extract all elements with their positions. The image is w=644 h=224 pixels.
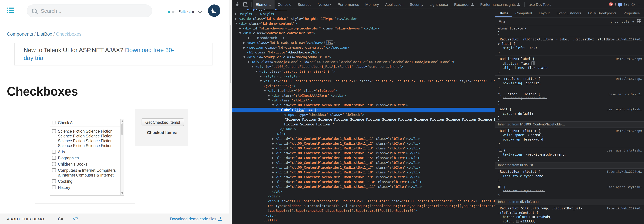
item-checkbox[interactable] [52,186,56,189]
error-icon[interactable] [609,2,613,6]
devtools-tab-application[interactable]: Application [382,0,407,8]
css-property-value[interactable]: none [535,174,543,178]
css-property-name[interactable]: word-wrap [503,137,520,141]
disclosure-arrow[interactable] [239,31,243,36]
sidebar-tab-event-listeners[interactable]: Event Listeners [553,8,585,17]
dom-tree-node[interactable]: ::after [232,218,495,223]
css-selector[interactable]: element.style { [498,26,642,31]
search-input[interactable] [40,8,147,14]
dom-tree-node[interactable]: <li id="ctl00_ContentPlaceholder1_RadLis… [232,160,495,165]
disclosure-arrow[interactable] [272,165,276,170]
css-property-value[interactable]: normal [530,133,542,137]
disclosure-arrow[interactable] [260,79,264,84]
sidebar-tab-accessibility[interactable]: Accessibility [643,8,644,17]
dom-tree-node[interactable]: <ul class="rlbList"> [232,98,495,103]
skin-selector[interactable]: Silk skin [178,9,201,14]
css-property-name[interactable]: list-style-type [503,189,532,193]
css-property-value[interactable]: -4px [528,46,536,50]
stylesheet-link[interactable]: Telerik.Web…2297e6… [607,37,642,42]
skin-pager[interactable] [168,11,174,13]
breadcrumb-item[interactable]: ListBox [37,32,52,37]
dom-tree-node[interactable]: <li id="ctl00_ContentPlaceholder1_RadLis… [232,151,495,156]
item-checkbox[interactable] [52,168,56,172]
dom-tree-node[interactable]: <div class="kd-demo-content"> [232,21,495,26]
check-all-row[interactable]: Check All [50,119,124,126]
error-count-badge[interactable]: 1 [614,2,616,6]
dom-tree-node[interactable]: <li id="ctl00_ContentPlaceholder1_RadLis… [232,175,495,180]
scroll-up-icon[interactable] [121,120,124,122]
theme-toggle-button[interactable] [208,4,220,17]
dom-tree-node[interactable]: <input type="checkbox" class="rlbCheck"> [232,112,495,117]
dom-tree-node[interactable]: <li id="ctl00_ContentPlaceholder1_RadLis… [232,146,495,151]
css-declaration[interactable]: list-style-type: none; [498,174,642,178]
css-property-value[interactable]: -webkit-match-parent [526,152,564,156]
css-property-value[interactable]: #d9d9d9 [536,215,550,219]
css-property-value[interactable]: default [518,112,532,115]
disclosure-arrow[interactable] [256,69,260,74]
listbox-item[interactable]: Biographies [52,156,118,160]
page-scrollbar-thumb[interactable] [230,25,231,83]
disclosure-arrow[interactable] [235,12,239,16]
settings-gear-icon[interactable]: ⚙ [631,2,635,6]
dom-tree-node[interactable]: <div id="ctl00_ContentPlaceholder1_RadLi… [232,79,495,84]
scroll-down-icon[interactable] [121,192,124,194]
issues-icon[interactable] [618,3,622,6]
devtools-tab-axe-devtools[interactable]: axe DevTools [526,0,554,8]
devtools-tab-sources[interactable]: Sources [294,0,314,8]
inherited-target[interactable]: div.rlbGroup [520,200,538,204]
listbox-item[interactable]: History [52,185,118,190]
dom-tree-node[interactable]: "Science Fiction Science Fiction Science… [232,117,495,122]
css-declaration[interactable]: margin-left: -4px; [498,46,642,50]
page-scrollbar[interactable] [229,0,232,224]
css-property-name[interactable]: display [503,62,516,65]
stylesheet-link[interactable]: DefaultCS.aspx [616,129,642,133]
disclosure-arrow[interactable] [272,146,276,151]
search-box[interactable] [27,4,152,17]
css-property-name[interactable]: cursor [503,112,514,115]
css-property-name[interactable]: box-sizing [503,96,522,100]
dom-tree-node[interactable]: https://v22.2.622... [232,9,495,12]
listbox-item[interactable]: Computers & Internet Computers & Interne… [52,168,118,178]
item-checkbox[interactable] [52,156,56,160]
css-declaration[interactable]: text-align: -webkit-match-parent; [498,152,642,157]
disclosure-arrow[interactable] [272,160,276,165]
flex-badge[interactable]: flex [295,108,306,112]
css-property-name[interactable]: border-color [503,215,526,219]
css-declaration[interactable]: color: #333333; [498,219,642,224]
inspect-element-button[interactable] [232,0,241,8]
rad-listbox[interactable]: Check All Science Fiction Science Fictio… [50,118,124,196]
item-checkbox[interactable] [52,129,56,133]
devtools-tab-performance[interactable]: Performance [334,0,362,8]
dom-tree-node[interactable]: <div id="example" class="background-silk… [232,55,495,60]
disclosure-arrow[interactable] [243,55,247,60]
devtools-tab-elements[interactable]: Elements [252,0,274,8]
disclosure-arrow[interactable] [264,88,268,93]
download-link[interactable]: Download demo code files [170,217,222,221]
dom-tree-node[interactable]: <div tabindex="0" class="rlbGroup"> [232,88,495,93]
css-property-value[interactable]: inherit [526,81,539,85]
css-declaration[interactable]: word-wrap: break-word; [498,137,642,142]
dom-tree-node[interactable]: <div id="ctl00_ContentPlaceholder1_RadAj… [232,64,495,69]
dom-tree-node[interactable]: <style> … </style> [232,74,495,79]
devtools-tab-network[interactable]: Network [314,0,334,8]
disclosure-arrow[interactable] [243,40,247,45]
lang-tab-vb[interactable]: VB [73,216,78,221]
dom-tree-node[interactable]: <div id="skin-chooser-list-placeholder" … [232,26,495,31]
css-property-name[interactable]: text-align [503,152,522,156]
css-declaration[interactable]: cursor: default; [498,112,642,116]
item-checkbox[interactable] [52,179,56,183]
dom-tree-node[interactable]: <li id="ctl00_ContentPlaceholder1_RadLis… [232,103,495,108]
css-property-value[interactable]: break-word [524,137,543,141]
css-selector[interactable]: .rlbTemplateContent { [498,211,642,215]
stylesheet-link[interactable]: user agent stylesh… [607,185,642,189]
inherited-target[interactable]: li#ctl00_ContentPlaceholde… [520,122,565,127]
styles-toggle[interactable]: .cls [622,19,630,23]
item-checkbox[interactable] [52,162,56,166]
disclosure-arrow[interactable] [239,26,243,31]
more-options-icon[interactable]: ⋮ [637,2,641,6]
css-property-value[interactable]: border-box [526,96,545,100]
css-declaration[interactable]: display: flex; [498,61,642,66]
css-property-name[interactable]: box-sizing [503,81,522,85]
issues-count-badge[interactable]: 173 [624,2,629,6]
listbox-scrollbar[interactable] [120,119,124,196]
